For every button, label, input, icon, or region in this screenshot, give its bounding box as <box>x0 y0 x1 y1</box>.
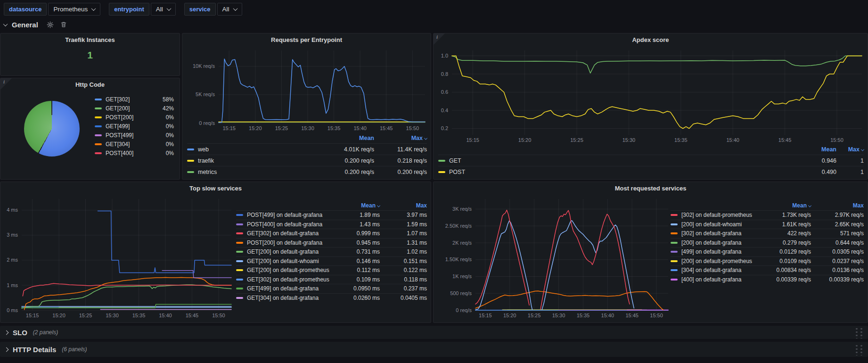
apdex-chart[interactable]: 0.20.40.60.81.015:1515:2015:2515:3015:35… <box>435 47 865 144</box>
legend-row[interactable]: [200] on default-whoami1.61K req/s2.65K … <box>671 220 864 229</box>
legend-series-name: POST[400] <box>106 150 156 157</box>
http-code-pie-chart[interactable] <box>24 101 80 157</box>
legend-series-name: POST[400] on default-grafana <box>247 221 333 228</box>
svg-text:5K req/s: 5K req/s <box>196 91 215 97</box>
legend-series-name: GET[200] on default-whoami <box>247 258 333 264</box>
most-requested-services-chart[interactable]: 0 req/s500 req/s1K req/s1.50K req/s2K re… <box>435 195 671 320</box>
legend-row[interactable]: [200] on default-grafana0.279 req/s0.644… <box>671 238 864 248</box>
legend-series-name: GET <box>449 157 803 164</box>
legend-row[interactable]: metrics0.200 req/s0.200 req/s <box>187 166 427 177</box>
legend-value: 0.0260 ms <box>333 295 380 301</box>
svg-text:15:20: 15:20 <box>249 125 262 131</box>
gear-icon[interactable] <box>47 21 54 28</box>
legend-row[interactable]: GET[200] on default-grafana0.731 ms1.02 … <box>236 247 427 256</box>
row-general[interactable]: General <box>4 19 67 30</box>
legend-value: 1.61K req/s <box>758 221 811 228</box>
legend-series-name: POST <box>449 169 803 175</box>
drag-handle-icon[interactable] <box>854 343 863 355</box>
row-http-details[interactable]: HTTP Details (6 panels) <box>0 342 868 357</box>
legend-series-name: POST[499] <box>106 132 156 139</box>
legend-row[interactable]: POST[499] on default-grafana1.89 ms3.97 … <box>236 210 427 220</box>
legend-value: 1.31 ms <box>380 239 427 246</box>
panel-title[interactable]: Traefik Instances <box>0 33 180 46</box>
panel-http-code: i Http Code GET[302]58%GET[200]42%POST[2… <box>0 78 180 180</box>
legend-row[interactable]: GET[302] on default-prometheus0.109 ms0.… <box>236 275 427 284</box>
legend-row[interactable]: POST0.4901 <box>438 166 864 177</box>
svg-text:15:45: 15:45 <box>625 313 639 318</box>
legend-row[interactable]: POST[400]0% <box>95 148 174 157</box>
legend-value: 0.237 ms <box>380 285 427 292</box>
series-color-swatch <box>236 288 243 289</box>
legend-value: 42% <box>156 105 174 112</box>
legend-header-max[interactable]: Max <box>374 135 427 141</box>
legend-row[interactable]: [302] on default-grafana422 req/s571 req… <box>671 229 864 238</box>
svg-text:15:15: 15:15 <box>26 313 39 318</box>
datasource-select[interactable]: Prometheus <box>48 3 100 16</box>
entrypoint-select[interactable]: All <box>151 3 176 16</box>
legend-row[interactable]: traefik0.200 req/s0.218 req/s <box>187 155 427 166</box>
series-color-swatch <box>95 99 102 100</box>
legend-row[interactable]: POST[400] on default-grafana1.43 ms1.59 … <box>236 220 427 229</box>
legend-value: 0.0136 req/s <box>811 267 864 273</box>
svg-text:15:50: 15:50 <box>830 137 843 143</box>
legend-row[interactable]: GET[304]0% <box>95 140 174 148</box>
variable-entrypoint: entrypoint All <box>109 3 176 16</box>
legend-row[interactable]: POST[499]0% <box>95 131 174 140</box>
legend-row[interactable]: POST[200] on default-grafana0.945 ms1.31… <box>236 238 427 248</box>
legend-value: 0.151 ms <box>380 258 427 264</box>
legend-row[interactable]: [302] on default-prometheus1.73K req/s2.… <box>671 210 864 220</box>
panel-title[interactable]: Apdex score <box>434 33 868 46</box>
legend-value: 571 req/s <box>811 230 864 237</box>
drag-handle-icon[interactable] <box>854 326 863 338</box>
legend-row[interactable]: GET[200] on default-prometheus0.112 ms0.… <box>236 265 427 275</box>
legend-value: 0.200 req/s <box>374 169 427 175</box>
chevron-right-icon <box>4 330 9 335</box>
service-label: service <box>184 3 216 16</box>
series-color-swatch <box>236 232 243 234</box>
legend-row[interactable]: GET[200]42% <box>95 104 174 113</box>
legend-series-name: [302] on default-grafana <box>681 230 758 237</box>
legend-row[interactable]: GET[200] on default-whoami0.146 ms0.151 … <box>236 256 427 266</box>
row-slo[interactable]: SLO (2 panels) <box>0 326 868 339</box>
series-color-swatch <box>438 171 445 173</box>
legend-row[interactable]: [400] on default-grafana0.00339 req/s0.0… <box>671 275 864 284</box>
legend-header-mean[interactable]: Mean <box>803 146 836 153</box>
legend-value: 1.07 ms <box>380 230 427 237</box>
legend-value: 0.112 ms <box>333 267 380 273</box>
series-color-swatch <box>671 214 678 216</box>
legend-row[interactable]: [499] on default-grafana0.0129 req/s0.03… <box>671 247 864 256</box>
panel-title[interactable]: Requests per Entrypoint <box>182 33 431 46</box>
svg-text:15:30: 15:30 <box>106 313 119 318</box>
variable-bar: datasource Prometheus entrypoint All ser… <box>0 0 868 18</box>
legend-row[interactable]: GET[304] on default-grafana0.0260 ms0.04… <box>236 293 427 303</box>
panel-title[interactable]: Most requested services <box>434 182 868 194</box>
panel-title[interactable]: Top slow services <box>0 182 431 194</box>
legend-row[interactable]: GET0.9461 <box>438 155 864 166</box>
trash-icon[interactable] <box>60 21 67 28</box>
legend-row[interactable]: web4.01K req/s11.4K req/s <box>187 143 427 155</box>
top-slow-services-chart[interactable]: 0 ms1 ms2 ms3 ms4 ms15:1515:2015:2515:30… <box>2 195 234 320</box>
legend-header-mean[interactable]: Mean <box>321 135 374 141</box>
legend-row[interactable]: POST[200]0% <box>95 113 174 122</box>
service-select[interactable]: All <box>217 3 242 16</box>
legend-row[interactable]: GET[499] on default-grafana0.0950 ms0.23… <box>236 284 427 293</box>
legend-header-mean[interactable]: Mean <box>333 202 380 209</box>
legend-row[interactable]: [200] on default-prometheus0.0109 req/s0… <box>671 256 864 266</box>
legend-value: 0.0129 req/s <box>758 248 811 255</box>
svg-text:4 ms: 4 ms <box>7 207 18 213</box>
legend-series-name: GET[200] on default-grafana <box>247 248 333 255</box>
legend-row[interactable]: GET[302]58% <box>95 95 174 104</box>
legend-header-max[interactable]: Max <box>811 202 864 209</box>
legend-row[interactable]: GET[302] on default-grafana0.999 ms1.07 … <box>236 229 427 238</box>
legend-row[interactable]: GET[499]0% <box>95 122 174 131</box>
legend-header-max[interactable]: Max <box>836 146 864 153</box>
legend-header-mean[interactable]: Mean <box>758 202 811 209</box>
requests-per-entrypoint-chart[interactable]: 0 req/s5K req/s10K req/s15:1515:2015:251… <box>184 47 428 132</box>
datasource-value: Prometheus <box>53 6 88 13</box>
svg-text:15:40: 15:40 <box>353 125 367 131</box>
panel-title[interactable]: Http Code <box>0 78 180 91</box>
legend-header-max[interactable]: Max <box>380 202 427 209</box>
series-color-swatch <box>95 107 102 109</box>
legend-row[interactable]: [304] on default-grafana0.00834 req/s0.0… <box>671 265 864 275</box>
panel-apdex-score: i Apdex score 0.20.40.60.81.015:1515:201… <box>433 33 868 180</box>
